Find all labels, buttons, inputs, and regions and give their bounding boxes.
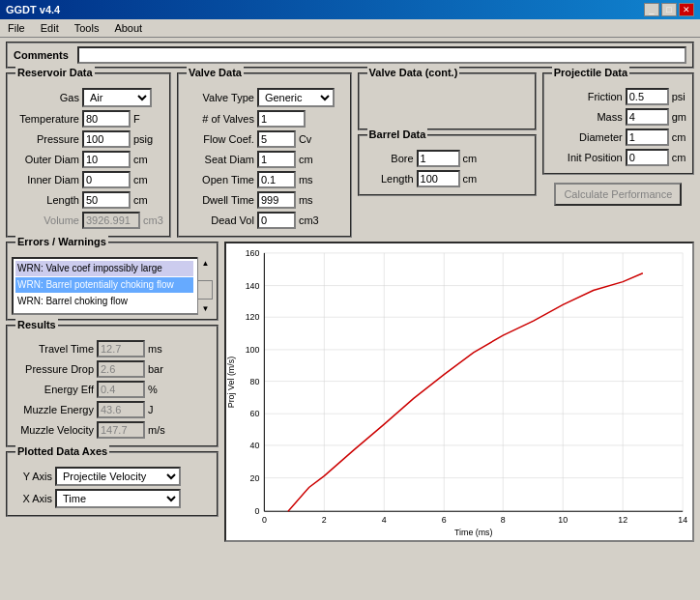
dwell-time-unit: ms: [299, 194, 313, 206]
reservoir-section: Reservoir Data Gas AirCO2Nitrogen Temper…: [6, 72, 171, 238]
num-valves-input[interactable]: 1: [257, 110, 306, 128]
barrel-bore-row: Bore 1 cm: [365, 150, 529, 167]
gas-select[interactable]: AirCO2Nitrogen: [82, 88, 152, 107]
pressure-input[interactable]: 100: [82, 130, 131, 148]
inner-diam-unit: cm: [133, 174, 148, 186]
y-axis-label: Y Axis: [12, 471, 52, 482]
dwell-time-input[interactable]: 999: [257, 191, 296, 209]
inner-diam-row: Inner Diam 0 cm: [14, 171, 163, 188]
dwell-time-label: Dwell Time: [185, 194, 254, 206]
pressure-unit: psig: [133, 133, 153, 145]
menu-about[interactable]: About: [110, 21, 146, 35]
comments-section: Comments: [6, 42, 694, 69]
open-time-input[interactable]: 0.1: [257, 171, 296, 188]
menu-file[interactable]: File: [4, 21, 29, 35]
valve-cont-title: Valve Data (cont.): [367, 67, 460, 78]
temp-input[interactable]: 80: [82, 110, 131, 128]
valve-type-label: Valve Type: [185, 92, 254, 103]
volume-label: Volume: [14, 214, 79, 226]
muzzle-energy-row: Muzzle Energy 43.6 J: [12, 401, 213, 418]
muzzle-vel-value: 147.7: [97, 421, 145, 439]
travel-time-row: Travel Time 12.7 ms: [12, 340, 213, 357]
y-axis-select[interactable]: Projectile Velocity Pressure Force: [55, 467, 181, 486]
diameter-row: Diameter 1 cm: [550, 129, 686, 146]
diameter-label: Diameter: [550, 131, 623, 143]
temp-unit: F: [133, 113, 140, 125]
friction-input[interactable]: 0.5: [626, 88, 669, 105]
barrel-bore-input[interactable]: 1: [417, 150, 460, 167]
barrel-length-input[interactable]: 100: [417, 170, 460, 187]
muzzle-energy-label: Muzzle Energy: [12, 404, 94, 415]
init-pos-row: Init Position 0 cm: [550, 149, 686, 166]
pressure-drop-row: Pressure Drop 2.6 bar: [12, 360, 213, 378]
muzzle-energy-value: 43.6: [97, 401, 145, 418]
flow-coef-input[interactable]: 5: [257, 130, 296, 148]
flow-coef-label: Flow Coef.: [185, 133, 254, 145]
errors-list[interactable]: WRN: Valve coef impossibly large WRN: Ba…: [12, 257, 213, 315]
num-valves-label: # of Valves: [185, 113, 254, 125]
mass-unit: gm: [672, 111, 686, 123]
length-unit: cm: [133, 194, 148, 206]
results-section: Results Travel Time 12.7 ms Pressure Dro…: [6, 325, 219, 447]
energy-eff-label: Energy Eff: [12, 384, 94, 395]
friction-row: Friction 0.5 psi: [550, 88, 686, 105]
friction-unit: psi: [672, 91, 685, 102]
energy-eff-row: Energy Eff 0.4 %: [12, 381, 213, 398]
menu-edit[interactable]: Edit: [37, 21, 63, 35]
window-controls: _ □ ✕: [644, 3, 694, 16]
y-tick-120: 120: [246, 312, 260, 322]
barrel-length-unit: cm: [463, 173, 478, 185]
mass-input[interactable]: 4: [626, 108, 669, 126]
y-tick-0: 0: [255, 506, 260, 516]
minimize-button[interactable]: _: [644, 3, 659, 16]
dwell-time-row: Dwell Time 999 ms: [185, 191, 344, 209]
volume-unit: cm3: [143, 214, 163, 226]
outer-diam-input[interactable]: 10: [82, 151, 131, 168]
maximize-button[interactable]: □: [661, 3, 677, 16]
muzzle-vel-label: Muzzle Velocity: [12, 424, 94, 436]
error-item-1: WRN: Valve coef impossibly large: [15, 261, 193, 276]
num-valves-row: # of Valves 1: [185, 110, 344, 128]
title-bar: GGDT v4.4 _ □ ✕: [0, 0, 700, 19]
results-title: Results: [15, 319, 58, 330]
errors-section: Errors / Warnings WRN: Valve coef imposs…: [6, 242, 219, 321]
dead-vol-input[interactable]: 0: [257, 212, 296, 229]
diameter-unit: cm: [672, 131, 686, 143]
y-axis-label-text: Proj Vel (m/s): [226, 357, 236, 408]
valve-type-row: Valve Type GenericCustom: [185, 88, 344, 107]
gas-row: Gas AirCO2Nitrogen: [14, 88, 163, 107]
scroll-up-btn[interactable]: ▲: [202, 259, 210, 268]
x-tick-0: 0: [262, 515, 267, 525]
muzzle-vel-unit: m/s: [148, 424, 165, 436]
travel-time-value: 12.7: [97, 340, 145, 357]
volume-input: 3926.991: [82, 212, 140, 229]
inner-diam-input[interactable]: 0: [82, 171, 131, 188]
comments-input[interactable]: [77, 46, 686, 64]
seat-diam-input[interactable]: 1: [257, 151, 296, 168]
flow-coef-unit: Cv: [299, 133, 311, 145]
barrel-length-row: Length 100 cm: [365, 170, 529, 187]
length-label: Length: [14, 194, 79, 206]
chart-container: 160 140 120 100 80 60 40 20 0 0 2 4 6 8 …: [224, 242, 694, 542]
init-pos-input[interactable]: 0: [626, 149, 669, 166]
diameter-input[interactable]: 1: [626, 129, 669, 146]
errors-title: Errors / Warnings: [15, 236, 108, 247]
barrel-bore-unit: cm: [463, 153, 478, 164]
x-axis-select[interactable]: Time Position: [55, 489, 181, 508]
plotted-title: Plotted Data Axes: [15, 445, 109, 457]
scroll-down-btn[interactable]: ▼: [202, 304, 210, 313]
x-tick-12: 12: [618, 515, 627, 525]
menu-tools[interactable]: Tools: [71, 21, 103, 35]
pressure-drop-unit: bar: [148, 363, 163, 375]
window-title: GGDT v4.4: [6, 4, 60, 15]
length-input[interactable]: 50: [82, 191, 131, 209]
valve-section: Valve Data Valve Type GenericCustom # of…: [177, 72, 352, 238]
mass-label: Mass: [550, 111, 623, 123]
inner-diam-label: Inner Diam: [14, 174, 79, 186]
x-tick-2: 2: [322, 515, 327, 525]
calculate-button[interactable]: Calculate Performance: [554, 183, 682, 206]
y-tick-80: 80: [250, 377, 260, 386]
close-button[interactable]: ✕: [679, 3, 694, 16]
barrel-title: Barrel Data: [367, 129, 428, 140]
valve-type-select[interactable]: GenericCustom: [257, 88, 335, 107]
